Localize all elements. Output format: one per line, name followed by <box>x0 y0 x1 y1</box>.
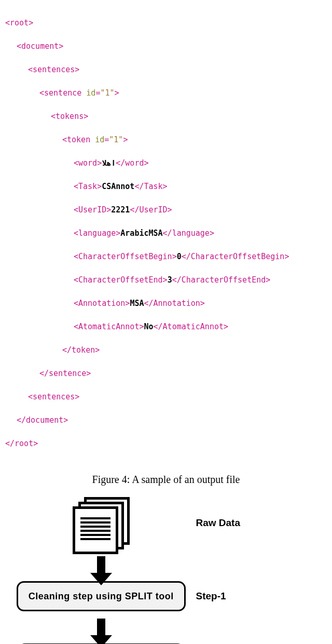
lang-text: ArabicMSA <box>120 229 162 238</box>
xml-attr: id <box>86 88 95 98</box>
xml-tag: <tokens> <box>51 112 88 121</box>
arrow-down-icon <box>97 556 105 574</box>
word-text: اهلا <box>102 158 116 168</box>
pipeline-diagram: Raw Data Cleaning step using SPLIT tool … <box>16 497 316 645</box>
step-1-box: Cleaning step using SPLIT tool <box>17 581 186 611</box>
step-1-label: Step-1 <box>186 591 316 602</box>
arrow-down-icon <box>97 619 105 636</box>
userid-text: 2221 <box>111 205 130 214</box>
figure-caption: Figure 4: A sample of an output file <box>5 474 327 486</box>
xml-attr: id <box>95 135 104 144</box>
xml-tag: <token <box>62 135 95 144</box>
coe-text: 3 <box>168 275 172 285</box>
xml-tag: <document> <box>17 42 63 51</box>
cob-text: 0 <box>177 252 182 261</box>
raw-data-icon <box>73 497 130 549</box>
atom-text: No <box>144 322 153 331</box>
xml-tag: <sentence <box>39 88 86 98</box>
task-text: CSAnnot <box>102 182 134 191</box>
xml-val: "1" <box>109 135 123 144</box>
xml-tag: <sentences> <box>28 65 79 74</box>
annot-text: MSA <box>130 299 144 308</box>
raw-data-label: Raw Data <box>186 517 316 529</box>
xml-tag: <root> <box>5 18 33 28</box>
xml-sample: <root> <document> <sentences> <sentence … <box>5 5 327 461</box>
xml-val: "1" <box>100 88 114 98</box>
